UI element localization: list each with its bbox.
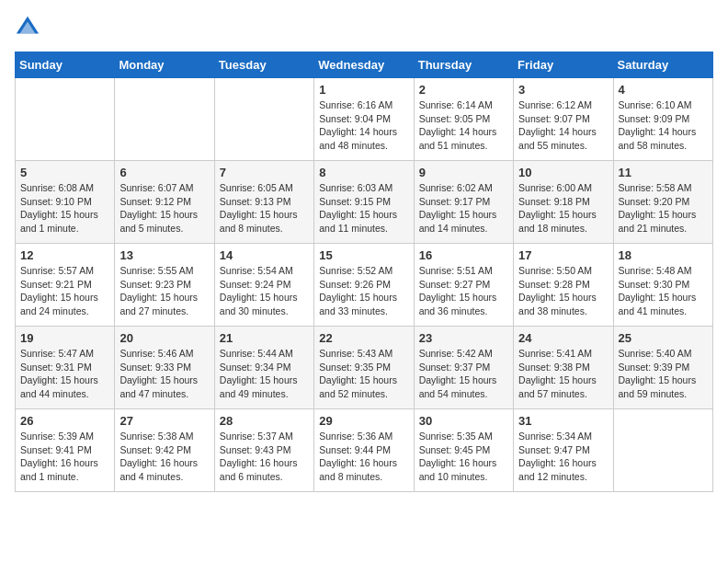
- logo-icon: [15, 15, 40, 40]
- calendar-cell: 17Sunrise: 5:50 AM Sunset: 9:28 PM Dayli…: [514, 244, 613, 327]
- day-number: 19: [20, 331, 109, 345]
- calendar-cell: 18Sunrise: 5:48 AM Sunset: 9:30 PM Dayli…: [613, 244, 712, 327]
- day-number: 11: [619, 166, 708, 179]
- calendar-cell: [214, 78, 313, 161]
- day-of-week-header: Friday: [514, 52, 613, 78]
- day-info: Sunrise: 6:14 AM Sunset: 9:05 PM Dayligh…: [419, 98, 508, 153]
- calendar-cell: 14Sunrise: 5:54 AM Sunset: 9:24 PM Dayli…: [214, 244, 313, 327]
- day-number: 28: [220, 414, 309, 428]
- calendar-cell: 11Sunrise: 5:58 AM Sunset: 9:20 PM Dayli…: [613, 161, 712, 244]
- day-info: Sunrise: 5:36 AM Sunset: 9:44 PM Dayligh…: [319, 430, 408, 484]
- day-info: Sunrise: 5:46 AM Sunset: 9:33 PM Dayligh…: [119, 347, 209, 401]
- day-info: Sunrise: 6:05 AM Sunset: 9:13 PM Dayligh…: [220, 181, 309, 236]
- calendar-cell: 1Sunrise: 6:16 AM Sunset: 9:04 PM Daylig…: [314, 78, 414, 161]
- day-number: 21: [220, 331, 309, 345]
- day-of-week-header: Monday: [115, 52, 214, 78]
- day-info: Sunrise: 6:00 AM Sunset: 9:18 PM Dayligh…: [518, 181, 608, 236]
- day-number: 23: [419, 331, 508, 345]
- day-number: 6: [119, 166, 209, 179]
- day-number: 2: [419, 83, 508, 97]
- day-info: Sunrise: 5:41 AM Sunset: 9:38 PM Dayligh…: [518, 347, 608, 401]
- calendar-cell: 31Sunrise: 5:34 AM Sunset: 9:47 PM Dayli…: [514, 409, 613, 492]
- calendar-week-row: 19Sunrise: 5:47 AM Sunset: 9:31 PM Dayli…: [16, 327, 713, 409]
- day-number: 9: [419, 166, 508, 179]
- calendar-week-row: 26Sunrise: 5:39 AM Sunset: 9:41 PM Dayli…: [16, 409, 713, 492]
- calendar-cell: [16, 78, 115, 161]
- day-info: Sunrise: 5:34 AM Sunset: 9:47 PM Dayligh…: [518, 430, 608, 484]
- calendar-cell: 2Sunrise: 6:14 AM Sunset: 9:05 PM Daylig…: [414, 78, 513, 161]
- day-number: 3: [518, 83, 608, 97]
- calendar-cell: 30Sunrise: 5:35 AM Sunset: 9:45 PM Dayli…: [414, 409, 513, 492]
- calendar-cell: 21Sunrise: 5:44 AM Sunset: 9:34 PM Dayli…: [214, 327, 313, 409]
- day-info: Sunrise: 5:47 AM Sunset: 9:31 PM Dayligh…: [20, 347, 109, 401]
- day-info: Sunrise: 6:12 AM Sunset: 9:07 PM Dayligh…: [518, 98, 608, 153]
- calendar-cell: 12Sunrise: 5:57 AM Sunset: 9:21 PM Dayli…: [16, 244, 115, 327]
- calendar-cell: 8Sunrise: 6:03 AM Sunset: 9:15 PM Daylig…: [314, 161, 414, 244]
- day-info: Sunrise: 5:57 AM Sunset: 9:21 PM Dayligh…: [20, 264, 109, 318]
- day-number: 22: [319, 331, 408, 345]
- day-info: Sunrise: 6:10 AM Sunset: 9:09 PM Dayligh…: [619, 98, 708, 153]
- day-number: 31: [518, 414, 608, 428]
- day-number: 10: [518, 166, 608, 179]
- calendar-week-row: 12Sunrise: 5:57 AM Sunset: 9:21 PM Dayli…: [16, 244, 713, 327]
- day-info: Sunrise: 5:43 AM Sunset: 9:35 PM Dayligh…: [319, 347, 408, 401]
- day-info: Sunrise: 5:58 AM Sunset: 9:20 PM Dayligh…: [619, 181, 708, 236]
- day-info: Sunrise: 6:02 AM Sunset: 9:17 PM Dayligh…: [419, 181, 508, 236]
- day-info: Sunrise: 5:54 AM Sunset: 9:24 PM Dayligh…: [220, 264, 309, 318]
- calendar-cell: 13Sunrise: 5:55 AM Sunset: 9:23 PM Dayli…: [115, 244, 214, 327]
- day-number: 16: [419, 248, 508, 262]
- day-info: Sunrise: 6:03 AM Sunset: 9:15 PM Dayligh…: [319, 181, 408, 236]
- day-info: Sunrise: 5:40 AM Sunset: 9:39 PM Dayligh…: [619, 347, 708, 401]
- day-info: Sunrise: 5:48 AM Sunset: 9:30 PM Dayligh…: [619, 264, 708, 318]
- day-number: 13: [119, 248, 209, 262]
- calendar-week-row: 5Sunrise: 6:08 AM Sunset: 9:10 PM Daylig…: [16, 161, 713, 244]
- calendar-cell: 10Sunrise: 6:00 AM Sunset: 9:18 PM Dayli…: [514, 161, 613, 244]
- day-info: Sunrise: 6:08 AM Sunset: 9:10 PM Dayligh…: [20, 181, 109, 236]
- calendar-body: 1Sunrise: 6:16 AM Sunset: 9:04 PM Daylig…: [16, 78, 713, 492]
- calendar-table: SundayMondayTuesdayWednesdayThursdayFrid…: [15, 52, 713, 492]
- calendar-cell: 16Sunrise: 5:51 AM Sunset: 9:27 PM Dayli…: [414, 244, 513, 327]
- day-number: 17: [518, 248, 608, 262]
- day-info: Sunrise: 5:52 AM Sunset: 9:26 PM Dayligh…: [319, 264, 408, 318]
- day-number: 26: [20, 414, 109, 428]
- day-number: 8: [319, 166, 408, 179]
- day-of-week-header: Wednesday: [314, 52, 414, 78]
- day-info: Sunrise: 5:39 AM Sunset: 9:41 PM Dayligh…: [20, 430, 109, 484]
- day-info: Sunrise: 5:38 AM Sunset: 9:42 PM Dayligh…: [119, 430, 209, 484]
- day-info: Sunrise: 6:16 AM Sunset: 9:04 PM Dayligh…: [319, 98, 408, 153]
- day-number: 5: [20, 166, 109, 179]
- calendar-cell: 3Sunrise: 6:12 AM Sunset: 9:07 PM Daylig…: [514, 78, 613, 161]
- calendar-cell: 26Sunrise: 5:39 AM Sunset: 9:41 PM Dayli…: [16, 409, 115, 492]
- calendar-cell: 20Sunrise: 5:46 AM Sunset: 9:33 PM Dayli…: [115, 327, 214, 409]
- day-info: Sunrise: 5:51 AM Sunset: 9:27 PM Dayligh…: [419, 264, 508, 318]
- day-number: 7: [220, 166, 309, 179]
- day-info: Sunrise: 5:50 AM Sunset: 9:28 PM Dayligh…: [518, 264, 608, 318]
- day-info: Sunrise: 6:07 AM Sunset: 9:12 PM Dayligh…: [119, 181, 209, 236]
- day-of-week-header: Saturday: [613, 52, 712, 78]
- calendar-cell: 28Sunrise: 5:37 AM Sunset: 9:43 PM Dayli…: [214, 409, 313, 492]
- day-number: 30: [419, 414, 508, 428]
- day-number: 14: [220, 248, 309, 262]
- calendar-cell: 15Sunrise: 5:52 AM Sunset: 9:26 PM Dayli…: [314, 244, 414, 327]
- day-number: 1: [319, 83, 408, 97]
- day-of-week-header: Sunday: [16, 52, 115, 78]
- day-number: 15: [319, 248, 408, 262]
- day-number: 4: [619, 83, 708, 97]
- logo: [15, 15, 44, 40]
- calendar-header: SundayMondayTuesdayWednesdayThursdayFrid…: [16, 52, 713, 78]
- day-number: 18: [619, 248, 708, 262]
- calendar-cell: 9Sunrise: 6:02 AM Sunset: 9:17 PM Daylig…: [414, 161, 513, 244]
- page-header: [15, 15, 713, 40]
- calendar-cell: 6Sunrise: 6:07 AM Sunset: 9:12 PM Daylig…: [115, 161, 214, 244]
- day-number: 12: [20, 248, 109, 262]
- calendar-cell: 22Sunrise: 5:43 AM Sunset: 9:35 PM Dayli…: [314, 327, 414, 409]
- day-number: 25: [619, 331, 708, 345]
- calendar-cell: [613, 409, 712, 492]
- day-of-week-header: Tuesday: [214, 52, 313, 78]
- day-number: 20: [119, 331, 209, 345]
- calendar-cell: 25Sunrise: 5:40 AM Sunset: 9:39 PM Dayli…: [613, 327, 712, 409]
- calendar-cell: 27Sunrise: 5:38 AM Sunset: 9:42 PM Dayli…: [115, 409, 214, 492]
- day-info: Sunrise: 5:55 AM Sunset: 9:23 PM Dayligh…: [119, 264, 209, 318]
- calendar-cell: 5Sunrise: 6:08 AM Sunset: 9:10 PM Daylig…: [16, 161, 115, 244]
- header-row: SundayMondayTuesdayWednesdayThursdayFrid…: [16, 52, 713, 78]
